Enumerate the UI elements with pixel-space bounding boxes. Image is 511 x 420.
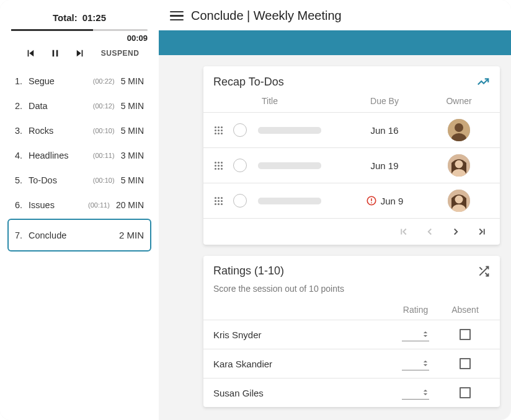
next-icon[interactable] xyxy=(76,49,84,58)
agenda-num: 7. xyxy=(15,230,29,240)
agenda-time: (00:11) xyxy=(93,152,115,159)
trend-icon[interactable] xyxy=(476,75,490,89)
todo-rows: Jun 16Jun 19Jun 9 xyxy=(203,112,500,218)
agenda-item-to-dos[interactable]: 5.To-Dos(00:10)5 MIN xyxy=(7,168,151,193)
todo-checkbox[interactable] xyxy=(233,159,247,172)
total-time-row: Total: 01:25 xyxy=(2,4,156,29)
shuffle-icon[interactable] xyxy=(478,265,490,278)
owner-avatar[interactable] xyxy=(448,119,470,141)
progress-fill xyxy=(11,29,93,31)
drag-handle-icon[interactable] xyxy=(215,197,223,205)
absent-checkbox[interactable] xyxy=(460,358,471,369)
page-next-icon[interactable] xyxy=(450,226,461,237)
rating-name: Susan Giles xyxy=(213,388,391,398)
ratings-title: Ratings (1-10) xyxy=(213,265,284,278)
svg-point-10 xyxy=(455,196,463,204)
recap-todos-card: Recap To-Dos Title Due By Owner Jun 16Ju… xyxy=(203,66,500,245)
agenda-num: 2. xyxy=(15,101,29,111)
hamburger-icon[interactable] xyxy=(170,11,184,21)
rating-row: Kris Snyder xyxy=(203,320,500,349)
agenda-label: To-Dos xyxy=(29,175,93,185)
agenda-time: (00:22) xyxy=(93,77,115,85)
todo-title-placeholder xyxy=(258,162,321,169)
agenda-duration: 5 MIN xyxy=(121,126,144,136)
ratings-card: Ratings (1-10) Score the session out of … xyxy=(203,256,500,407)
agenda-time: (00:12) xyxy=(93,102,115,110)
agenda-item-segue[interactable]: 1.Segue(00:22)5 MIN xyxy=(7,69,151,94)
agenda-time: (00:10) xyxy=(93,127,115,134)
total-label: Total: xyxy=(53,12,78,23)
todo-title-placeholder xyxy=(258,127,321,134)
absent-checkbox[interactable] xyxy=(460,387,471,398)
col-due: Due By xyxy=(341,96,428,106)
main-area: Conclude | Weekly Meeting Recap To-Dos T… xyxy=(159,0,511,420)
suspend-button[interactable]: SUSPEND xyxy=(101,49,140,58)
todo-checkbox[interactable] xyxy=(233,194,247,208)
absent-checkbox[interactable] xyxy=(460,329,471,340)
agenda-duration: 5 MIN xyxy=(121,76,144,86)
elapsed-time: 00:09 xyxy=(11,33,148,43)
pagination xyxy=(203,218,500,245)
accent-bar xyxy=(159,30,511,55)
pause-icon[interactable] xyxy=(51,49,60,58)
agenda-label: Headlines xyxy=(29,151,93,160)
todo-due: Jun 19 xyxy=(341,160,428,171)
rating-stepper[interactable] xyxy=(402,357,429,370)
svg-line-16 xyxy=(479,267,482,269)
agenda-label: Rocks xyxy=(29,126,93,136)
todo-due: Jun 9 xyxy=(341,195,428,206)
todo-row: Jun 16 xyxy=(203,112,500,147)
rating-row: Susan Giles xyxy=(203,378,500,407)
agenda-item-data[interactable]: 2.Data(00:12)5 MIN xyxy=(7,94,151,118)
drag-handle-icon[interactable] xyxy=(215,162,223,170)
agenda-duration: 5 MIN xyxy=(121,101,144,111)
agenda-label: Conclude xyxy=(29,230,119,240)
drag-handle-icon[interactable] xyxy=(215,126,223,134)
agenda-duration: 2 MIN xyxy=(119,230,144,240)
page-prev-icon[interactable] xyxy=(424,226,435,237)
agenda-item-issues[interactable]: 6.Issues(00:11)20 MIN xyxy=(7,193,151,217)
topbar: Conclude | Weekly Meeting xyxy=(159,0,511,30)
todo-row: Jun 19 xyxy=(203,147,500,183)
col-absent: Absent xyxy=(440,305,490,315)
todo-title-placeholder xyxy=(258,198,321,204)
agenda-duration: 5 MIN xyxy=(121,175,144,185)
rating-name: Kris Snyder xyxy=(213,330,391,340)
agenda-num: 1. xyxy=(15,76,29,86)
svg-point-4 xyxy=(455,160,463,168)
agenda-num: 5. xyxy=(15,175,29,185)
agenda-duration: 20 MIN xyxy=(116,200,144,210)
agenda-label: Data xyxy=(29,101,93,111)
agenda-item-conclude[interactable]: 7.Conclude2 MIN xyxy=(7,219,151,252)
agenda-num: 4. xyxy=(15,151,29,160)
todo-row: Jun 9 xyxy=(203,183,500,218)
total-value: 01:25 xyxy=(82,12,106,23)
rating-stepper[interactable] xyxy=(402,328,429,341)
recap-title: Recap To-Dos xyxy=(213,76,284,89)
owner-avatar[interactable] xyxy=(448,154,470,177)
progress-bar[interactable] xyxy=(11,29,148,31)
agenda-time: (00:10) xyxy=(93,177,115,184)
agenda-item-headlines[interactable]: 4.Headlines(00:11)3 MIN xyxy=(7,143,151,168)
todo-due: Jun 16 xyxy=(341,125,428,136)
overdue-icon xyxy=(366,195,377,206)
rating-stepper[interactable] xyxy=(402,386,429,400)
ratings-subtitle: Score the session out of 10 points xyxy=(203,284,500,299)
agenda-list: 1.Segue(00:22)5 MIN2.Data(00:12)5 MIN3.R… xyxy=(2,69,156,252)
todo-checkbox[interactable] xyxy=(233,123,247,137)
agenda-item-rocks[interactable]: 3.Rocks(00:10)5 MIN xyxy=(7,118,151,143)
col-rating: Rating xyxy=(391,305,440,315)
owner-avatar[interactable] xyxy=(448,190,470,212)
agenda-time: (00:11) xyxy=(88,201,110,209)
page-first-icon[interactable] xyxy=(398,226,409,237)
agenda-num: 3. xyxy=(15,126,29,136)
agenda-label: Segue xyxy=(29,76,93,86)
page-title: Conclude | Weekly Meeting xyxy=(191,9,342,23)
agenda-duration: 3 MIN xyxy=(121,151,144,160)
rating-row: Kara Skandier xyxy=(203,349,500,378)
prev-icon[interactable] xyxy=(26,49,35,58)
agenda-sidebar: Total: 01:25 00:09 SUSPEND 1.Segue(00:22… xyxy=(0,0,159,420)
page-last-icon[interactable] xyxy=(476,226,487,237)
agenda-num: 6. xyxy=(15,200,29,210)
svg-point-1 xyxy=(455,123,463,132)
